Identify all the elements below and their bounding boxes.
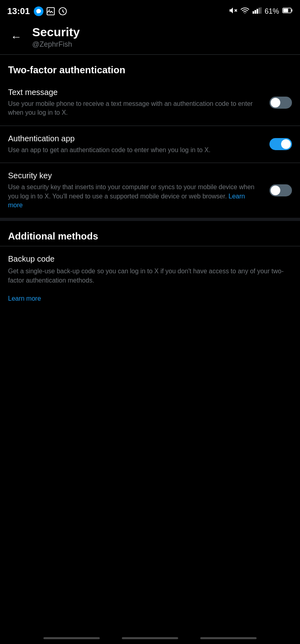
security-key-content: Security key Use a security key that ins…	[8, 171, 269, 210]
svg-rect-6	[255, 10, 256, 14]
section-divider	[0, 218, 300, 221]
additional-methods-title: Additional methods	[8, 231, 98, 242]
svg-rect-12	[292, 9, 292, 12]
signal-icon	[253, 7, 261, 15]
text-message-desc: Use your mobile phone to receive a text …	[8, 99, 261, 118]
gallery-icon	[46, 6, 55, 16]
text-message-title: Text message	[8, 88, 261, 97]
status-left: 13:01	[7, 6, 68, 17]
text-message-content: Text message Use your mobile phone to re…	[8, 88, 269, 118]
page-header: ← Security @ZephrFish	[0, 21, 300, 55]
notification-icon	[58, 6, 68, 16]
mute-icon	[228, 6, 237, 17]
page-title: Security	[32, 25, 80, 39]
two-factor-title: Two-factor authentication	[8, 64, 125, 75]
svg-rect-7	[257, 9, 258, 14]
backup-code-learn-more[interactable]: Learn more	[8, 295, 41, 302]
nav-indicator-left	[43, 637, 100, 639]
backup-code-title: Backup code	[8, 254, 292, 264]
status-right: 61%	[228, 6, 293, 17]
messenger-icon	[34, 6, 43, 16]
auth-app-desc: Use an app to get an authentication code…	[8, 146, 261, 155]
back-button[interactable]: ←	[7, 28, 25, 46]
backup-code-desc: Get a single-use back-up code so you can…	[8, 267, 292, 303]
battery-icon	[282, 7, 293, 15]
status-bar: 13:01	[0, 0, 300, 21]
svg-rect-9	[261, 7, 261, 14]
account-handle: @ZephrFish	[32, 40, 80, 49]
nav-indicator-center	[122, 637, 178, 639]
svg-point-1	[49, 9, 50, 10]
auth-app-toggle-knob	[281, 139, 291, 149]
back-arrow-icon: ←	[10, 31, 22, 43]
two-factor-section-header: Two-factor authentication	[0, 55, 300, 80]
additional-methods-section-header: Additional methods	[0, 221, 300, 246]
auth-app-item[interactable]: Authentication app Use an app to get an …	[0, 126, 300, 163]
header-text: Security @ZephrFish	[32, 25, 80, 49]
status-app-icons	[34, 6, 68, 16]
security-key-toggle[interactable]	[269, 184, 292, 196]
security-key-toggle-knob	[271, 186, 280, 195]
auth-app-title: Authentication app	[8, 134, 261, 143]
security-key-item[interactable]: Security key Use a security key that ins…	[0, 163, 300, 218]
auth-app-content: Authentication app Use an app to get an …	[8, 134, 269, 155]
svg-rect-11	[284, 9, 288, 12]
auth-app-toggle[interactable]	[269, 138, 292, 150]
backup-code-item[interactable]: Backup code Get a single-use back-up cod…	[0, 246, 300, 311]
svg-rect-8	[259, 8, 260, 14]
bottom-nav	[0, 632, 300, 644]
text-message-toggle[interactable]	[269, 97, 292, 109]
security-key-learn-more[interactable]: Learn more	[8, 193, 245, 208]
security-key-desc: Use a security key that inserts into you…	[8, 183, 261, 210]
battery-level: 61%	[265, 7, 279, 16]
nav-indicator-right	[200, 637, 257, 639]
security-key-title: Security key	[8, 171, 261, 180]
text-message-toggle-knob	[271, 98, 280, 107]
status-time: 13:01	[7, 6, 30, 17]
text-message-item[interactable]: Text message Use your mobile phone to re…	[0, 80, 300, 126]
wifi-icon	[240, 6, 249, 17]
svg-rect-5	[253, 11, 254, 14]
